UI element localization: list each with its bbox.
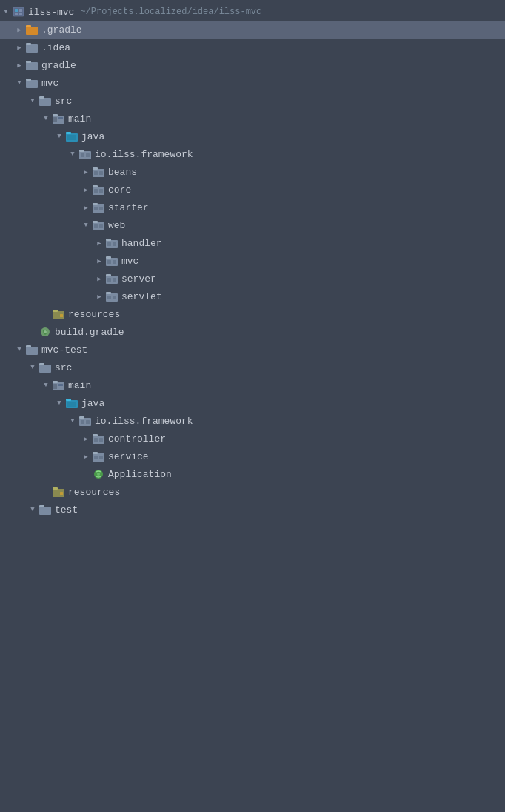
tree-item-label: starter <box>108 202 149 213</box>
svg-rect-81 <box>99 438 103 442</box>
svg-rect-83 <box>93 452 98 454</box>
tree-item-ilss-mvc[interactable]: ilss-mvc~/Projects.localized/idea/ilss-m… <box>0 3 505 21</box>
tree-arrow[interactable] <box>67 415 78 427</box>
tree-item-build-gradle[interactable]: build.gradle <box>0 323 505 341</box>
tree-arrow[interactable] <box>80 433 92 445</box>
svg-rect-39 <box>93 221 98 223</box>
tree-item-label: beans <box>108 167 137 178</box>
tree-item-label: gradle <box>41 60 76 71</box>
tree-arrow[interactable] <box>40 113 52 124</box>
tree-arrow[interactable] <box>40 379 52 391</box>
tree-item-mvc-test-folder[interactable]: mvc-test <box>0 341 505 359</box>
tree-item-main-folder[interactable]: main <box>0 110 505 127</box>
tree-arrow[interactable] <box>13 41 25 53</box>
tree-item-application-file[interactable]: Application <box>0 465 505 483</box>
svg-point-62 <box>44 330 47 333</box>
tree-item-io-ilss-framework[interactable]: io.ilss.framework <box>0 145 505 163</box>
tree-arrow[interactable] <box>93 290 105 302</box>
tree-item-handler-folder[interactable]: handler <box>0 234 505 252</box>
svg-rect-68 <box>53 381 58 383</box>
tree-item-servlet-folder[interactable]: servlet <box>0 287 505 305</box>
tree-item-mvc-test-java[interactable]: java <box>0 394 505 412</box>
tree-item-beans-folder[interactable]: beans <box>0 163 505 181</box>
tree-arrow[interactable] <box>80 219 92 231</box>
folder-pkg-icon <box>78 415 92 427</box>
svg-rect-51 <box>106 274 111 276</box>
tree-arrow[interactable] <box>67 148 78 160</box>
svg-rect-17 <box>53 117 57 122</box>
svg-rect-80 <box>94 438 98 442</box>
tree-arrow[interactable] <box>13 59 25 71</box>
tree-item-label: mvc <box>41 78 58 89</box>
tree-arrow[interactable] <box>93 255 105 267</box>
tree-arrow[interactable] <box>27 362 39 373</box>
tree-item-mvc-test-main[interactable]: main <box>0 376 505 394</box>
tree-item-core-folder[interactable]: core <box>0 181 505 199</box>
tree-arrow[interactable] <box>13 77 25 89</box>
svg-rect-23 <box>79 150 84 152</box>
folder-pkg-icon <box>105 290 118 302</box>
tree-arrow[interactable] <box>13 24 25 36</box>
svg-rect-4 <box>19 13 22 15</box>
tree-arrow[interactable] <box>93 237 105 249</box>
tree-item-mvc-folder[interactable]: mvc <box>0 74 505 92</box>
tree-arrow[interactable] <box>80 202 92 213</box>
svg-rect-35 <box>93 203 98 205</box>
tree-item-starter-folder[interactable]: starter <box>0 199 505 216</box>
tree-arrow[interactable] <box>13 344 25 356</box>
tree-item-idea-folder[interactable]: .idea <box>0 39 505 56</box>
tree-item-subtitle: ~/Projects.localized/idea/ilss-mvc <box>80 7 261 17</box>
tree-item-java-folder[interactable]: java <box>0 127 505 145</box>
tree-arrow[interactable] <box>0 6 12 18</box>
tree-item-controller-folder[interactable]: controller <box>0 430 505 447</box>
tree-item-label: Application <box>108 469 172 480</box>
tree-item-gradle-folder[interactable]: .gradle <box>0 21 505 39</box>
svg-rect-49 <box>113 260 116 264</box>
folder-pkg-icon <box>92 166 105 178</box>
tree-arrow[interactable] <box>80 184 92 196</box>
folder-pkg-icon <box>92 184 105 196</box>
folder-cyan-icon <box>65 130 78 142</box>
folder-pkg-icon <box>92 202 105 213</box>
svg-rect-63 <box>26 347 38 355</box>
tree-arrow[interactable] <box>27 504 39 516</box>
file-tree[interactable]: ilss-mvc~/Projects.localized/idea/ilss-m… <box>0 0 505 812</box>
folder-pkg-icon <box>92 433 105 445</box>
svg-rect-18 <box>58 117 63 119</box>
svg-rect-12 <box>26 79 31 81</box>
tree-item-mvc-sub-folder[interactable]: mvc <box>0 252 505 270</box>
svg-rect-52 <box>107 278 111 282</box>
tree-item-gradle-plain-folder[interactable]: gradle <box>0 56 505 74</box>
svg-rect-31 <box>93 185 98 187</box>
tree-item-mvc-test-src[interactable]: src <box>0 359 505 376</box>
svg-rect-75 <box>79 416 84 419</box>
tree-item-server-folder[interactable]: server <box>0 270 505 287</box>
tree-item-web-folder[interactable]: web <box>0 216 505 234</box>
svg-rect-79 <box>93 434 98 436</box>
tree-arrow[interactable] <box>53 130 65 142</box>
tree-arrow[interactable] <box>27 95 39 107</box>
svg-point-87 <box>97 473 100 476</box>
tree-item-mvc-test-io-ilss[interactable]: io.ilss.framework <box>0 412 505 430</box>
tree-item-label: web <box>108 220 125 231</box>
svg-rect-13 <box>39 98 51 106</box>
svg-rect-77 <box>86 420 90 424</box>
tree-arrow[interactable] <box>53 397 65 409</box>
svg-rect-2 <box>19 9 22 12</box>
folder-pkg-icon <box>105 237 118 249</box>
tree-arrow[interactable] <box>80 166 92 178</box>
tree-arrow[interactable] <box>93 273 105 284</box>
tree-item-label: main <box>68 380 91 391</box>
svg-rect-70 <box>58 384 63 386</box>
tree-item-resources-folder[interactable]: resources <box>0 305 505 323</box>
tree-item-mvc-test-resources[interactable]: resources <box>0 483 505 501</box>
tree-item-test-folder[interactable]: test <box>0 501 505 519</box>
svg-rect-1 <box>15 9 18 12</box>
svg-rect-48 <box>107 260 111 264</box>
tree-item-label: src <box>55 96 72 107</box>
svg-rect-43 <box>106 239 111 241</box>
tree-item-src-folder[interactable]: src <box>0 92 505 110</box>
tree-item-service-folder[interactable]: service <box>0 447 505 465</box>
tree-arrow[interactable] <box>80 450 92 462</box>
svg-rect-20 <box>66 132 71 134</box>
